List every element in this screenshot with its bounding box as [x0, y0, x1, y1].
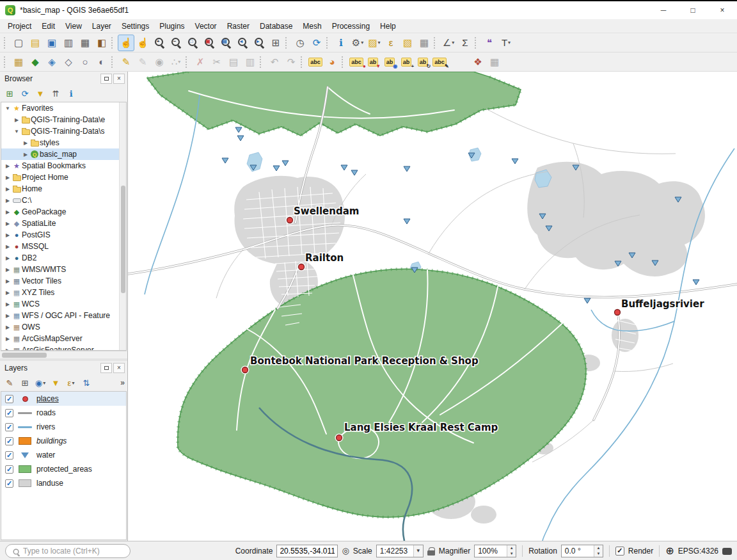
- menu-database[interactable]: Database: [255, 20, 297, 32]
- new-map-view-button[interactable]: ⊞: [267, 35, 284, 51]
- chevron-right-icon[interactable]: ▶: [4, 324, 12, 330]
- coordinate-input[interactable]: [276, 545, 338, 557]
- chevron-right-icon[interactable]: ▶: [4, 313, 12, 319]
- menu-vector[interactable]: Vector: [190, 20, 222, 32]
- delete-selected-button[interactable]: ✗: [192, 54, 209, 70]
- menu-processing[interactable]: Processing: [327, 20, 375, 32]
- layer-checkbox-buildings[interactable]: ✓: [5, 437, 13, 445]
- chevron-right-icon[interactable]: ▶: [4, 244, 12, 250]
- select-features-button[interactable]: ▨▾: [366, 35, 383, 51]
- browser-item-ows[interactable]: ▶▦OWS: [1, 321, 119, 333]
- layers-float-button[interactable]: [100, 363, 112, 373]
- open-layer-styling-panel-button[interactable]: ✎: [3, 376, 17, 390]
- show-layout-manager-button[interactable]: ▦: [77, 35, 93, 51]
- browser-item-c[interactable]: ▶C:\: [1, 195, 119, 206]
- add-group-button[interactable]: ⊞: [18, 376, 32, 390]
- browser-close-button[interactable]: ×: [113, 74, 125, 84]
- browser-properties-button[interactable]: ℹ: [64, 86, 78, 100]
- manage-map-themes-button[interactable]: ◉▾: [33, 376, 47, 390]
- new-temporary-scratch-layer-button[interactable]: ○: [77, 54, 93, 70]
- undo-button[interactable]: ↶: [266, 54, 283, 70]
- refresh-map-button[interactable]: ⟳: [308, 35, 325, 51]
- browser-vertical-scrollbar[interactable]: [119, 102, 126, 350]
- spinner-arrows-icon[interactable]: ▲▼: [594, 545, 603, 557]
- layers-close-button[interactable]: ×: [113, 363, 125, 373]
- browser-item-favorites[interactable]: ▼★Favorites: [1, 102, 119, 114]
- zoom-next-button[interactable]: ▸: [251, 35, 267, 51]
- chevron-right-icon[interactable]: ▶: [4, 348, 12, 351]
- chevron-right-icon[interactable]: ▶: [4, 267, 12, 273]
- menu-plugins[interactable]: Plugins: [154, 20, 189, 32]
- chevron-right-icon[interactable]: ▶: [4, 163, 12, 169]
- menu-layer[interactable]: Layer: [87, 20, 116, 32]
- magnifier-spinbox[interactable]: 100% ▲▼: [474, 545, 516, 557]
- browser-item-qgis-training-data-e[interactable]: ▶QGIS-Training-Data\e: [1, 114, 119, 125]
- open-attribute-table-button[interactable]: ▦: [416, 35, 432, 51]
- filter-browser-button[interactable]: ▼: [33, 86, 47, 100]
- locate-input[interactable]: Type to locate (Ctrl+K): [5, 544, 131, 558]
- layer-row-rivers[interactable]: ✓rivers: [1, 420, 126, 434]
- layer-checkbox-water[interactable]: ✓: [5, 451, 13, 460]
- layer-checkbox-landuse[interactable]: ✓: [5, 479, 13, 488]
- zoom-in-button[interactable]: +: [151, 35, 168, 51]
- layer-checkbox-roads[interactable]: ✓: [5, 409, 13, 417]
- chevron-right-icon[interactable]: ▶: [22, 152, 29, 157]
- deselect-all-button[interactable]: ▧: [399, 35, 416, 51]
- chevron-down-icon[interactable]: ▼: [13, 129, 20, 134]
- new-project-button[interactable]: ▢: [10, 35, 27, 51]
- collapse-all-button[interactable]: ⇈: [49, 86, 63, 100]
- map-canvas[interactable]: SwellendamRailtonBuffeljagsrivierBontebo…: [128, 72, 737, 541]
- menu-edit[interactable]: Edit: [36, 20, 60, 32]
- browser-item-wms-wmts[interactable]: ▶▦WMS/WMTS: [1, 264, 119, 275]
- layer-diagram-options-button[interactable]: ◕: [324, 54, 340, 70]
- messages-icon[interactable]: [722, 548, 732, 555]
- chevron-right-icon[interactable]: ▶: [13, 117, 20, 123]
- maximize-button[interactable]: □: [678, 1, 708, 19]
- browser-item-db2[interactable]: ▶●DB2: [1, 252, 119, 264]
- browser-item-basic-map[interactable]: ▶Qbasic_map: [1, 148, 119, 160]
- layer-checkbox-protected-areas[interactable]: ✓: [5, 465, 13, 474]
- chevron-down-icon[interactable]: ▼: [4, 106, 12, 111]
- zoom-to-selection-button[interactable]: ▣: [201, 35, 218, 51]
- filter-by-expression-button[interactable]: ε▾: [64, 376, 78, 390]
- layer-checkbox-rivers[interactable]: ✓: [5, 423, 13, 431]
- layer-row-buildings[interactable]: ✓buildings: [1, 434, 126, 448]
- filter-legend-button[interactable]: ▼: [49, 376, 63, 390]
- copy-features-button[interactable]: ▤: [225, 54, 242, 70]
- new-shapefile-layer-button[interactable]: ◈: [44, 54, 60, 70]
- chevron-right-icon[interactable]: ▶: [4, 198, 12, 204]
- browser-item-home[interactable]: ▶Home: [1, 183, 119, 195]
- zoom-out-button[interactable]: −: [168, 35, 184, 51]
- chevron-right-icon[interactable]: ▶: [4, 336, 12, 342]
- scrollbar-thumb[interactable]: [121, 186, 125, 293]
- menu-mesh[interactable]: Mesh: [297, 20, 326, 32]
- save-project-button[interactable]: ▣: [44, 35, 60, 51]
- chevron-right-icon[interactable]: ▶: [4, 175, 12, 180]
- expand-collapse-all-button[interactable]: ⇅: [79, 376, 93, 390]
- browser-item-qgis-training-data-s[interactable]: ▼QGIS-Training-Data\s: [1, 125, 119, 137]
- browser-float-button[interactable]: [100, 74, 112, 84]
- identify-features-button[interactable]: ℹ: [333, 35, 349, 51]
- chevron-right-icon[interactable]: ▶: [4, 278, 12, 284]
- browser-item-vector-tiles[interactable]: ▶▦Vector Tiles: [1, 275, 119, 287]
- show-hide-labels-button[interactable]: ab◉: [381, 54, 398, 70]
- chevron-right-icon[interactable]: ▶: [4, 290, 12, 296]
- add-feature-button[interactable]: ◉: [151, 54, 168, 70]
- change-label-properties-button[interactable]: abc✎: [431, 54, 448, 70]
- rotate-label-button[interactable]: ab↻: [415, 54, 431, 70]
- layer-row-water[interactable]: ✓water: [1, 448, 126, 462]
- save-layer-edits-button[interactable]: ✎: [134, 54, 151, 70]
- layer-row-protected-areas[interactable]: ✓protected_areas: [1, 462, 126, 476]
- lock-scale-icon[interactable]: [427, 546, 435, 556]
- layer-row-roads[interactable]: ✓roads: [1, 406, 126, 420]
- browser-item-arcgismapserver[interactable]: ▶▦ArcGisMapServer: [1, 333, 119, 344]
- pin-unpin-labels-button[interactable]: ab▼: [365, 54, 381, 70]
- open-data-source-manager-button[interactable]: ▦: [10, 54, 27, 70]
- chevron-right-icon[interactable]: ▶: [4, 221, 12, 227]
- zoom-full-button[interactable]: □: [184, 35, 201, 51]
- add-selected-layers-button[interactable]: ⊞: [3, 86, 17, 100]
- menu-settings[interactable]: Settings: [116, 20, 154, 32]
- browser-item-postgis[interactable]: ▶●PostGIS: [1, 229, 119, 241]
- cut-features-button[interactable]: ✂: [209, 54, 225, 70]
- pan-map-to-selection-button[interactable]: ☝: [134, 35, 151, 51]
